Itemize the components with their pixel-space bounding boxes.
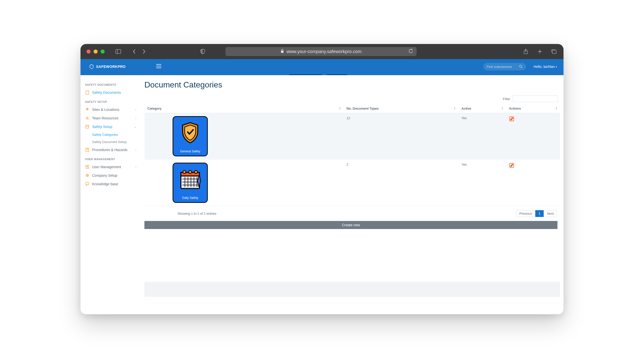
search-input[interactable]: Find submissions — [483, 63, 526, 70]
pager-previous-button[interactable]: Previous — [516, 210, 535, 217]
chevron-right-icon: › — [135, 148, 136, 151]
menu-toggle-button[interactable] — [156, 64, 162, 69]
close-window-button[interactable] — [87, 50, 91, 54]
sidebar-toggle-icon[interactable] — [115, 48, 122, 55]
sidebar-item-label: Safety Documents — [92, 90, 121, 95]
sidebar-section-label: USER MANAGEMENT — [80, 154, 141, 163]
sort-icon: ▲▼ — [339, 107, 341, 110]
tabs-icon[interactable] — [550, 48, 557, 55]
privacy-shield-icon[interactable] — [199, 48, 206, 55]
chevron-down-icon: ▾ — [556, 65, 557, 68]
svg-rect-22 — [86, 165, 89, 168]
category-label: General Safety — [180, 150, 200, 153]
spacer — [144, 229, 560, 279]
browser-back-button[interactable] — [131, 48, 138, 55]
sidebar-item-safety-documents[interactable]: Safety Documents — [80, 88, 141, 97]
svg-rect-0 — [116, 50, 121, 54]
column-header-actions[interactable]: Actions▲▼ — [506, 104, 560, 113]
table-footer: Showing 1 to 2 of 2 entries Previous 1 N… — [144, 206, 560, 219]
sidebar-item-label: Company Setup — [92, 173, 117, 177]
category-label: Daily Safety — [182, 196, 198, 200]
pin-icon — [85, 108, 90, 112]
url-text: www.your-company.safeworkpro.com — [287, 49, 361, 54]
cell-active: Yes — [458, 160, 506, 206]
categories-table: Category▲▼ No. Document Types▲▼ Active▲▼… — [144, 104, 560, 206]
sidebar-item-label: Safety Setup — [92, 125, 112, 129]
sidebar-item-company-setup[interactable]: Company Setup — [80, 171, 141, 180]
sidebar-item-label: User Management — [92, 165, 121, 169]
svg-rect-7 — [552, 50, 556, 54]
sidebar-item-label: Team Resources — [92, 116, 118, 120]
gear-icon — [85, 174, 90, 177]
sidebar-item-procedures-hazards[interactable]: Procedures & Hazards › — [80, 146, 141, 154]
svg-point-23 — [87, 166, 88, 167]
column-header-active[interactable]: Active▲▼ — [458, 104, 506, 113]
setup-icon — [85, 125, 90, 128]
new-tab-icon[interactable] — [536, 48, 543, 55]
edit-button[interactable] — [509, 165, 514, 169]
sort-icon: ▲▼ — [501, 107, 503, 110]
chat-icon — [85, 182, 90, 186]
svg-point-11 — [519, 65, 522, 67]
browser-window: www.your-company.safeworkpro.com SAFEWOR… — [80, 44, 564, 314]
reload-icon[interactable] — [409, 49, 413, 55]
search-icon — [519, 65, 522, 69]
share-icon[interactable] — [522, 48, 529, 55]
header-accent — [80, 74, 564, 75]
sidebar-subitem-safety-categories[interactable]: Safety Categories — [80, 131, 141, 138]
browser-forward-button[interactable] — [140, 48, 147, 55]
minimize-window-button[interactable] — [94, 50, 98, 54]
chevron-right-icon: › — [135, 108, 136, 111]
sidebar-item-team-resources[interactable]: Team Resources › — [80, 114, 141, 122]
column-header-category[interactable]: Category▲▼ — [144, 104, 343, 113]
cell-doc-types: 2 — [343, 160, 458, 206]
document-icon — [85, 90, 90, 95]
cell-doc-types: 12 — [343, 113, 458, 160]
sort-icon: ▲▼ — [555, 107, 557, 110]
svg-point-25 — [87, 175, 88, 176]
sidebar: SAFETY DOCUMENTS Safety Documents SAFETY… — [80, 75, 141, 314]
entries-text: Showing 1 to 2 of 2 entries — [178, 212, 216, 215]
sidebar-item-label: Procedures & Hazards — [92, 148, 128, 152]
svg-rect-13 — [86, 91, 89, 94]
pagination: Previous 1 Next — [516, 210, 557, 217]
filter-input[interactable] — [513, 96, 558, 102]
address-bar[interactable]: www.your-company.safeworkpro.com — [225, 47, 417, 56]
maximize-window-button[interactable] — [101, 50, 105, 54]
browser-chrome: www.your-company.safeworkpro.com — [80, 44, 564, 59]
create-new-button[interactable]: Create new — [144, 221, 557, 229]
pager-page-1-button[interactable]: 1 — [535, 210, 544, 217]
filter-row: Filter — [144, 96, 560, 102]
pager-next-button[interactable]: Next — [544, 210, 557, 217]
table-row: Daily Safety 2 Yes — [144, 160, 560, 206]
sidebar-item-sites-locations[interactable]: Sites & Locations › — [80, 105, 141, 114]
sidebar-item-knowledge-base[interactable]: Knowledge base — [80, 180, 141, 188]
column-header-doc-types[interactable]: No. Document Types▲▼ — [343, 104, 458, 113]
svg-point-16 — [87, 117, 88, 118]
table-row: General Safety 12 Yes — [144, 113, 560, 160]
category-card-daily-safety[interactable]: Daily Safety — [173, 163, 208, 203]
svg-point-32 — [194, 170, 197, 173]
svg-point-15 — [87, 109, 88, 110]
category-card-general-safety[interactable]: General Safety — [173, 116, 208, 156]
footer-area — [144, 282, 560, 297]
cell-active: Yes — [458, 113, 506, 160]
page-title: Document Categories — [144, 80, 560, 89]
main-content: Document Categories Filter Category▲▼ No… — [141, 75, 564, 314]
calendar-icon — [179, 168, 202, 191]
sidebar-section-label: SAFETY DOCUMENTS — [80, 80, 141, 88]
sort-icon: ▲▼ — [454, 107, 456, 110]
search-placeholder: Find submissions — [487, 65, 512, 69]
chevron-right-icon: › — [135, 117, 136, 120]
hazard-icon — [85, 148, 90, 152]
edit-button[interactable] — [509, 119, 514, 122]
svg-point-30 — [183, 170, 186, 173]
sidebar-section-label: SAFETY SETUP — [80, 97, 141, 105]
sidebar-item-safety-setup[interactable]: Safety Setup ⌄ — [80, 122, 141, 131]
brand-logo[interactable]: SAFEWORKPRO — [89, 64, 126, 69]
user-greeting[interactable]: Hello, lachlan ▾ — [534, 65, 557, 69]
svg-rect-2 — [281, 51, 284, 53]
sidebar-item-user-management[interactable]: User Management › — [80, 163, 141, 171]
window-controls — [87, 50, 105, 54]
sidebar-subitem-safety-document-setup[interactable]: Safety Document Setup — [80, 138, 141, 146]
